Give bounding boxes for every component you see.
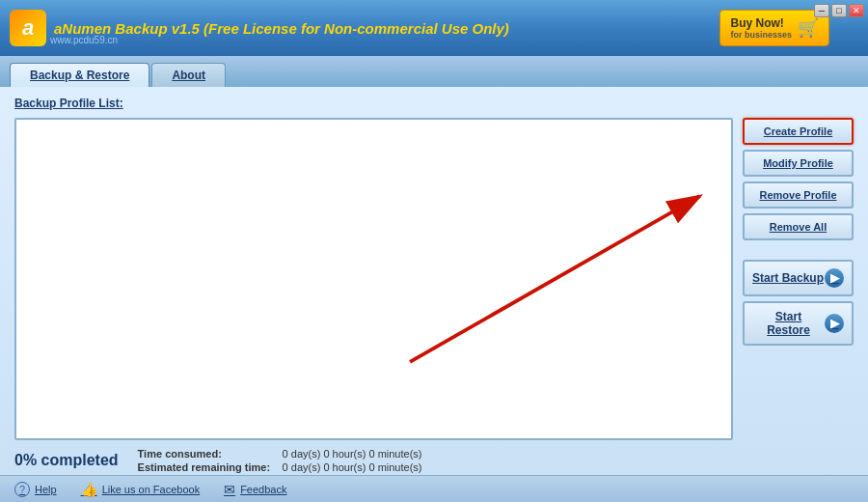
start-backup-arrow-icon: ▶ [825, 268, 844, 288]
start-restore-button[interactable]: Start Restore ▶ [743, 301, 854, 346]
feedback-link[interactable]: ✉ Feedback [224, 482, 286, 497]
spacer [743, 245, 854, 255]
minimize-button[interactable]: ─ [814, 4, 829, 17]
remove-all-button[interactable]: Remove All [743, 213, 854, 240]
buy-now-button[interactable]: Buy Now! for businesses 🛒 [719, 10, 829, 46]
arrow-svg [16, 120, 731, 438]
buy-now-sublabel: for businesses [730, 30, 792, 40]
time-consumed-row: Time consumed: 0 day(s) 0 hour(s) 0 minu… [138, 448, 854, 460]
tab-backup-restore[interactable]: Backup & Restore [10, 63, 149, 87]
profile-list [14, 118, 733, 440]
profile-list-label: Backup Profile List: [14, 97, 854, 110]
svg-line-1 [410, 196, 700, 362]
feedback-icon: ✉ [224, 482, 235, 497]
profile-list-container [14, 118, 733, 440]
app-title: aNumen Backup v1.5 (Free License for Non… [54, 20, 509, 37]
tab-about[interactable]: About [151, 63, 226, 87]
modify-profile-button[interactable]: Modify Profile [743, 150, 854, 177]
close-button[interactable]: ✕ [849, 4, 864, 17]
maximize-button[interactable]: □ [831, 4, 847, 17]
time-consumed-value: 0 day(s) 0 hour(s) 0 minute(s) [283, 448, 422, 460]
time-consumed-label: Time consumed: [138, 448, 273, 460]
estimated-time-row: Estimated remaining time: 0 day(s) 0 hou… [138, 461, 854, 473]
facebook-link[interactable]: 👍 Like us on Facebook [81, 482, 201, 497]
window-controls: ─ □ ✕ [814, 4, 864, 17]
tab-bar: Backup & Restore About [0, 56, 868, 87]
watermark: www.pcdu59.cn [50, 35, 118, 45]
estimated-time-label: Estimated remaining time: [138, 461, 273, 473]
remove-profile-button[interactable]: Remove Profile [743, 181, 854, 209]
buy-now-label: Buy Now! [730, 16, 792, 30]
logo-letter: a [22, 15, 34, 41]
help-icon: ? [14, 482, 30, 497]
title-bar: a aNumen Backup v1.5 (Free License for N… [0, 0, 868, 56]
main-content: Backup Profile List: [0, 87, 868, 502]
estimated-time-value: 0 day(s) 0 hour(s) 0 minute(s) [283, 461, 422, 473]
create-profile-button[interactable]: Create Profile [743, 118, 854, 145]
cart-icon: 🛒 [798, 17, 819, 39]
help-link[interactable]: ? Help [14, 482, 57, 497]
logo-icon: a [10, 10, 46, 46]
progress-percent-label: 0% completed [14, 452, 119, 469]
start-backup-button[interactable]: Start Backup ▶ [743, 260, 854, 296]
app-logo: a aNumen Backup v1.5 (Free License for N… [10, 10, 509, 46]
help-label: Help [35, 484, 57, 495]
start-restore-arrow-icon: ▶ [825, 314, 844, 333]
buttons-panel: Create Profile Modify Profile Remove Pro… [743, 118, 854, 440]
content-row: Create Profile Modify Profile Remove Pro… [14, 118, 854, 440]
feedback-label: Feedback [240, 484, 286, 495]
facebook-label: Like us on Facebook [102, 484, 201, 495]
footer: ? Help 👍 Like us on Facebook ✉ Feedback [0, 475, 868, 502]
facebook-icon: 👍 [81, 482, 97, 497]
